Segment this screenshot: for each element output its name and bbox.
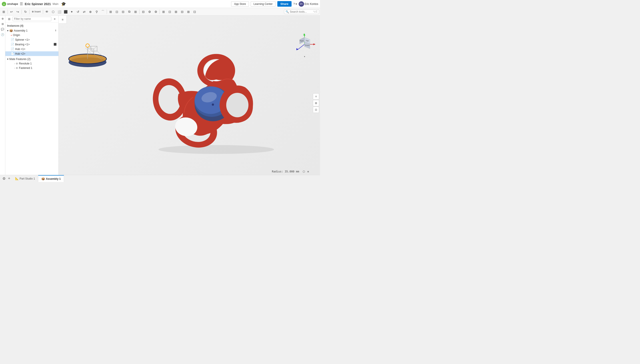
axis-button[interactable]: ⊕	[88, 9, 93, 15]
tool4-button[interactable]: ⊞	[161, 9, 166, 15]
tree-item-assembly1[interactable]: ▾ 📦 Assembly 1 ⬇	[5, 28, 58, 33]
tool9-button[interactable]: ⊡	[192, 9, 198, 15]
search-tools-input[interactable]	[290, 10, 312, 13]
rp-measure-icon[interactable]: ⊡	[313, 107, 319, 113]
tree-item-hub2[interactable]: 📄 Hub <2>	[5, 51, 58, 56]
logo: o onshape	[2, 2, 18, 6]
tree-item-revolute1[interactable]: › ⚙ Revolute 1	[5, 61, 58, 66]
topbar: o onshape ☰ Eric Spinner 2021 Main 🎓 App…	[0, 0, 320, 8]
sidebar-filter-input[interactable]	[12, 17, 51, 21]
tab-assembly[interactable]: 📦 Assembly 1	[38, 175, 64, 182]
left-history-icon[interactable]: 🕐	[0, 32, 5, 37]
toolbar-sep-2	[22, 10, 22, 14]
reconstruct-button[interactable]: ↻	[23, 9, 28, 15]
app-store-button[interactable]: App Store	[231, 1, 249, 7]
assembly1-action-icon[interactable]: ⬇	[55, 29, 57, 32]
section-button[interactable]: ✦	[69, 9, 75, 15]
share-button[interactable]: Share	[277, 1, 292, 7]
rp-table-icon[interactable]: ≡	[313, 93, 319, 100]
tree-item-bearing[interactable]: 📄 Bearing <1> ⬛	[5, 42, 58, 47]
front-view-button[interactable]: ⬜	[56, 9, 62, 15]
bearing-part-icon: 📄	[11, 43, 14, 46]
top-view-button[interactable]: ⬛	[63, 9, 68, 15]
mate-features-label: Mate Features (2)	[9, 58, 30, 61]
tool8-button[interactable]: ⊞	[186, 9, 191, 15]
question-icon: ?	[293, 2, 295, 6]
spinner-svg	[147, 45, 285, 156]
user-name: Eric Kontos	[305, 2, 318, 6]
tree-item-spinner[interactable]: 📄 Spinner <1>	[5, 37, 58, 42]
view-button[interactable]: 👁	[44, 9, 50, 15]
learning-center-button[interactable]: Learning Center	[251, 1, 276, 7]
help-menu[interactable]: ? ▾	[293, 2, 297, 6]
avatar: EK	[299, 1, 304, 7]
filter-button[interactable]: ⊞	[1, 9, 7, 15]
tool3-button[interactable]: ⚙	[153, 9, 159, 15]
tree-item-origin[interactable]: ● Origin	[5, 33, 58, 37]
statusbar-settings-icon[interactable]: ⚙	[2, 176, 6, 181]
sidebar-list-icon[interactable]: ≡	[52, 16, 57, 21]
mate3-button[interactable]: ⊟	[120, 9, 126, 15]
left-icon-strip: ⊕ ⊞ 💬 🕐	[0, 16, 5, 175]
toolbar-sep-7	[160, 10, 160, 14]
fastened1-chevron-icon: ›	[14, 67, 15, 69]
rotate-button[interactable]: ↺	[75, 9, 81, 15]
flip-button[interactable]: ⇄	[81, 9, 87, 15]
orient-cube-dropdown[interactable]: ▾	[304, 55, 305, 58]
hub1-label: Hub <1>	[15, 48, 25, 51]
search-tools[interactable]: 🔍 ⌥C	[284, 10, 319, 14]
tree-item-mate-features[interactable]: ▾ Mate Features (2)	[5, 57, 58, 61]
tab-part-studio[interactable]: 📐 Part Studio 1	[12, 175, 38, 182]
tool1-button[interactable]: ⊟	[140, 9, 146, 15]
left-comment-icon[interactable]: 💬	[0, 27, 5, 32]
mini-preview-svg	[65, 33, 114, 73]
spinner-label: Spinner <1>	[15, 38, 30, 41]
right-face-label: Right	[300, 40, 304, 42]
redo-button[interactable]: ↪	[15, 9, 21, 15]
sidebar-content: Instances (4) ▾ 📦 Assembly 1 ⬇ ● Origin …	[5, 22, 58, 175]
assembly1-label: Assembly 1	[14, 29, 28, 32]
viewport-list-icon[interactable]: ≡	[59, 16, 67, 24]
add-tab-button[interactable]: +	[6, 176, 12, 182]
insert-button[interactable]: ⊕ Insert	[30, 9, 42, 15]
undo-button[interactable]: ↩	[9, 9, 14, 15]
viewport-content: ≡	[59, 16, 320, 175]
rp-connector-icon[interactable]: ⊞	[313, 100, 319, 106]
fastened1-mate-icon: ⚙	[16, 67, 18, 70]
tool6-button[interactable]: ⊞	[173, 9, 179, 15]
viewport[interactable]: ≡	[59, 16, 320, 175]
cube-button[interactable]: ⬡	[50, 9, 56, 15]
assembly1-expand-icon: ▾	[7, 29, 8, 32]
tool2-button[interactable]: ⚙	[147, 9, 152, 15]
sidebar-filter-icon[interactable]: ⊞	[7, 16, 12, 21]
sidebar: ⊞ ≡ Instances (4) ▾ 📦 Assembly 1 ⬇ ● Ori…	[5, 16, 59, 175]
hub2-part-icon: 📄	[11, 52, 14, 55]
tree-item-hub1[interactable]: 📄 Hub <1>	[5, 47, 58, 51]
spinner-part-icon: 📄	[11, 38, 14, 41]
svg-line-7	[90, 46, 94, 54]
mate-button[interactable]: ⊞	[108, 9, 114, 15]
mate5-button[interactable]: ⊞	[133, 9, 138, 15]
hamburger-icon[interactable]: ☰	[20, 2, 23, 6]
radius-display: Radius: 35.000 mm ⬡ ≡	[272, 170, 309, 173]
statusbar: ⚙ + 📐 Part Studio 1 📦 Assembly 1	[0, 175, 320, 182]
curve-button[interactable]: ⌒	[100, 9, 106, 15]
svg-line-6	[85, 48, 91, 53]
bearing-action-icon[interactable]: ⬛	[54, 43, 57, 46]
toolbar-sep-6	[139, 10, 140, 14]
left-snap-icon[interactable]: ⊕	[0, 16, 5, 21]
user-menu[interactable]: EK Eric Kontos	[299, 1, 318, 7]
tool5-button[interactable]: ⊡	[167, 9, 173, 15]
fix-button[interactable]: ⚲	[94, 9, 100, 15]
help-chevron-icon: ▾	[296, 2, 297, 6]
origin-bullet-icon: ●	[11, 34, 12, 36]
hub2-label: Hub <2>	[15, 52, 25, 55]
tool7-button[interactable]: ⊟	[179, 9, 185, 15]
fastened1-label: Fastened 1	[19, 66, 32, 70]
tree-item-fastened1[interactable]: › ⚙ Fastened 1	[5, 66, 58, 70]
sidebar-toolbar: ⊞ ≡	[5, 16, 58, 22]
left-tools-icon[interactable]: ⊞	[0, 22, 5, 26]
mate2-button[interactable]: ⊡	[114, 9, 120, 15]
search-icon: 🔍	[286, 10, 289, 13]
mate4-button[interactable]: ⧉	[126, 9, 132, 15]
